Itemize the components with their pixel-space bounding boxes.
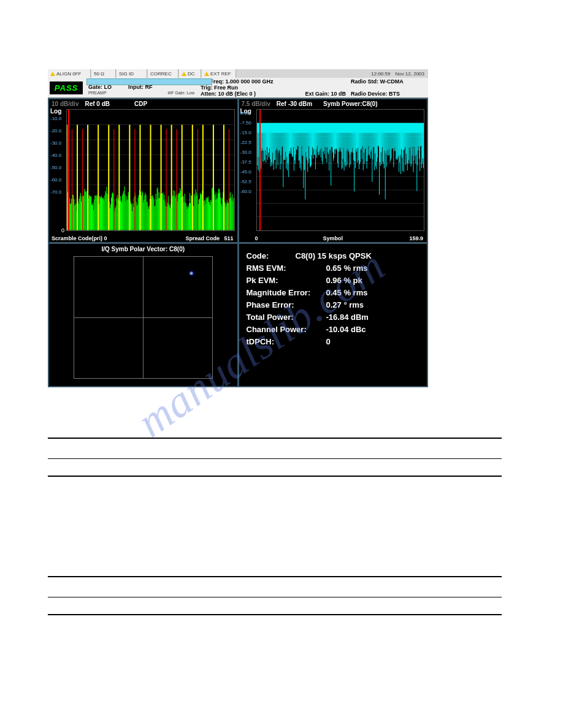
result-pk-evm: 0.96 % pk	[326, 275, 362, 287]
cdp-xstart: Scramble Code(pri) 0	[52, 235, 107, 241]
result-tdpch: 0	[326, 336, 331, 348]
sym-dbdiv: 7.5 dB/div	[242, 100, 270, 107]
cdp-dbdiv: 10 dB/div	[52, 100, 79, 107]
status-sigid: SIG ID	[117, 69, 147, 78]
preamp-label: PREAMP	[88, 91, 121, 95]
cdp-y-axis: -10.0-20.0-30.0-40.0-50.0-60.0-70.0	[50, 116, 61, 195]
info-bar: PASS Gate: LO PREAMP Input: RF #IF Gain:…	[48, 78, 428, 98]
atten-value: 10 dB (Elec 0 )	[218, 91, 256, 97]
iq-polar-panel: I/Q Symb Polar Vector: C8(0)	[49, 244, 237, 387]
iq-constellation-point	[189, 271, 193, 276]
status-align: ALIGN 0FF	[48, 69, 91, 78]
ch-freq: 1.000 000 000 GHz	[226, 78, 274, 85]
section-rule-2	[48, 458, 502, 459]
result-total-pwr: -16.84 dBm	[326, 311, 369, 324]
section-rule-6	[48, 614, 502, 615]
status-extref: EXT REF	[202, 69, 236, 78]
ext-gain: 10 dB	[331, 91, 346, 97]
section-rule-1	[48, 438, 502, 439]
iq-grid	[74, 256, 213, 379]
sym-y-axis: 0.00-7.50-15.0-22.5-30.0-37.5-45.0-52.5-…	[240, 110, 251, 194]
sym-ref: Ref -30 dBm	[277, 100, 312, 107]
status-bar: ALIGN 0FF 50 Ω SIG ID CORREC DC EXT REF …	[48, 69, 428, 78]
instrument-screenshot: ALIGN 0FF 50 Ω SIG ID CORREC DC EXT REF …	[48, 69, 428, 387]
status-impedance: 50 Ω	[91, 69, 116, 78]
status-align-text: ALIGN 0FF	[56, 71, 81, 77]
status-date: Nov 12, 2003	[395, 71, 424, 77]
sym-xlabel: Symbol	[323, 235, 343, 241]
trig-mode: Free Run	[214, 85, 238, 91]
cdp-log: Log	[50, 108, 61, 115]
status-dc: DC	[179, 69, 201, 78]
cdp-xend: 511	[224, 235, 233, 241]
warning-icon	[182, 72, 186, 76]
pass-indicator: PASS	[50, 82, 83, 94]
sym-chart	[257, 110, 424, 230]
radio-device: BTS	[389, 91, 400, 97]
sym-title: Symb Power:C8(0)	[323, 100, 377, 107]
status-correc: CORREC	[148, 69, 178, 78]
results-panel: Code:C8(0) 15 ksps QPSK RMS EVM:0.65 % r…	[239, 244, 427, 387]
result-code: C8(0) 15 ksps QPSK	[296, 250, 372, 262]
cdp-chart	[67, 110, 234, 230]
sym-xstart: 0	[255, 235, 258, 241]
result-phase-err: 0.27 ° rms	[326, 299, 364, 311]
result-mag-err: 0.45 % rms	[326, 287, 368, 299]
radio-std: W-CDMA	[380, 78, 404, 85]
iq-title: I/Q Symb Polar Vector: C8(0)	[49, 244, 237, 254]
symbol-power-panel: 7.5 dB/div Ref -30 dBm Symb Power:C8(0) …	[239, 99, 427, 242]
cdp-panel: 10 dB/div Ref 0 dB CDP Log -10.0-20.0-30…	[49, 99, 237, 242]
ifgain-label: #IF Gain: Low	[128, 91, 194, 95]
section-rule-3	[48, 476, 502, 477]
sym-xend: 159.9	[409, 235, 423, 241]
cdp-marker	[68, 110, 69, 230]
cdp-title: CDP	[134, 100, 147, 107]
sym-marker	[259, 110, 261, 230]
result-ch-pwr: -10.04 dBc	[326, 324, 366, 336]
quad-display: 10 dB/div Ref 0 dB CDP Log -10.0-20.0-30…	[48, 98, 428, 387]
section-rule-4	[48, 576, 502, 577]
warning-icon	[50, 72, 55, 76]
svg-rect-576	[257, 123, 424, 133]
cdp-xzero: 0	[61, 227, 64, 233]
status-time: 12:00:59	[371, 71, 390, 77]
warning-icon	[204, 72, 209, 76]
section-rule-5	[48, 597, 502, 597]
cdp-ref: Ref 0 dB	[85, 100, 110, 107]
result-rms-evm: 0.65 % rms	[326, 262, 368, 275]
frequency-field	[86, 78, 212, 85]
cdp-xlabel: Spread Code	[185, 235, 220, 241]
